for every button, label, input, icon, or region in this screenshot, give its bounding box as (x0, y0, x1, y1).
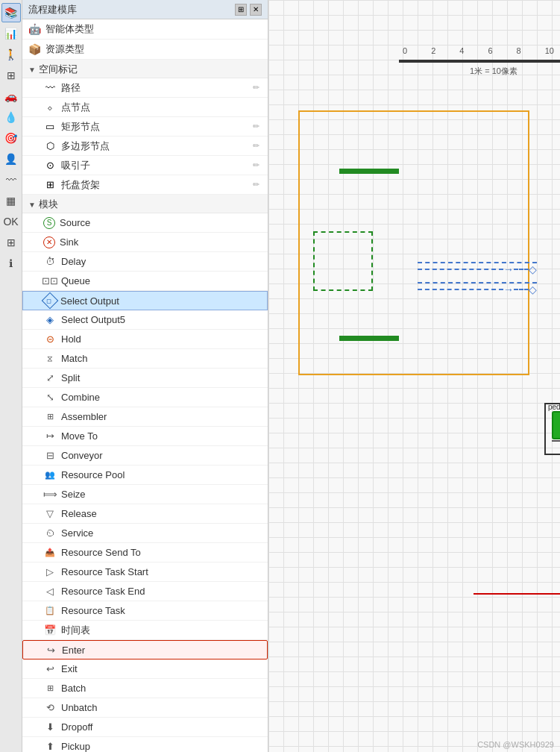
lib-item-node[interactable]: ⬦ 点节点 (22, 98, 268, 117)
sidebar-icon-library[interactable]: 📚 (1, 3, 21, 22)
lib-item-attractor[interactable]: ⊙ 吸引子 ✏ (22, 156, 268, 175)
sidebar-icon-info[interactable]: ℹ (1, 254, 21, 273)
delay-label: Delay (61, 256, 262, 267)
conveyor-icon: ⊟ (43, 449, 57, 463)
sidebar-icon-flow[interactable]: 〰 (1, 170, 21, 189)
ruler-num-8: 8 (517, 46, 521, 57)
lib-item-exit[interactable]: ↩ Exit (22, 659, 268, 679)
lib-item-hold[interactable]: ⊝ Hold (22, 330, 268, 349)
canvas-area: 0 2 4 6 8 10 米 1米 = 10像素 ↩ main connecti… (268, 0, 560, 752)
panel-title: 流程建模库 (28, 3, 77, 16)
combine-icon: ⤡ (43, 391, 57, 404)
sidebar-icon-walk[interactable]: 🚶 (1, 45, 21, 64)
sidebar-icon-bar[interactable]: ▦ (1, 191, 21, 210)
split-icon: ⤢ (43, 372, 57, 385)
rectnode-edit-icon[interactable]: ✏ (250, 121, 262, 133)
pickup-icon: ⬆ (43, 740, 57, 753)
lib-item-shelf[interactable]: ⊞ 托盘货架 ✏ (22, 175, 268, 195)
top-item-resource[interactable]: 📦 资源类型 (22, 40, 268, 60)
green-bar-1 (339, 169, 399, 174)
agent-icon: 🤖 (28, 23, 41, 35)
panel-grid-btn[interactable]: ⊞ (235, 4, 247, 16)
category-spatial[interactable]: ▼ 空间标记 (22, 60, 268, 78)
sidebar-icon-ok[interactable]: OK (1, 212, 21, 231)
selectoutput-icon: ◇ (42, 292, 59, 310)
lib-item-schedule[interactable]: 📅 时间表 (22, 621, 268, 640)
lib-item-restaskstart[interactable]: ▷ Resource Task Start (22, 563, 268, 582)
sidebar-icon-drop[interactable]: 💧 (1, 107, 21, 127)
path-icon: 〰 (43, 81, 57, 95)
lib-item-seize[interactable]: ⟾ Seize (22, 485, 268, 504)
sidebar-icon-person[interactable]: 👤 (1, 149, 21, 169)
lib-item-unbatch[interactable]: ⟲ Unbatch (22, 698, 268, 718)
moveto-label: Move To (61, 430, 262, 442)
ruler-bar (399, 60, 560, 63)
path-label: 路径 (61, 81, 250, 95)
lib-item-selectoutput5[interactable]: ◈ Select Output5 (22, 310, 268, 330)
attractor-edit-icon[interactable]: ✏ (250, 160, 262, 172)
lib-item-release[interactable]: ▽ Release (22, 504, 268, 524)
restaskend-label: Resource Task End (61, 586, 262, 597)
source-icon: S (43, 217, 55, 229)
lib-item-rectnode[interactable]: ▭ 矩形节点 ✏ (22, 117, 268, 137)
lib-item-polynode[interactable]: ⬡ 多边形节点 ✏ (22, 137, 268, 156)
lib-item-path[interactable]: 〰 路径 ✏ (22, 78, 268, 98)
lib-item-selectoutput[interactable]: ◇ Select Output (22, 291, 268, 310)
lib-item-dropoff[interactable]: ⬇ Dropoff (22, 718, 268, 737)
lib-item-ressendto[interactable]: 📤 Resource Send To (22, 543, 268, 563)
shelf-label: 托盘货架 (61, 178, 250, 192)
rectnode-icon: ▭ (43, 120, 57, 134)
lib-item-pickup[interactable]: ⬆ Pickup (22, 737, 268, 752)
enter-icon: ↪ (44, 643, 57, 657)
path-edit-icon[interactable]: ✏ (250, 82, 262, 94)
batch-label: Batch (61, 683, 262, 694)
lib-item-moveto[interactable]: ↦ Move To (22, 427, 268, 446)
lib-item-restask[interactable]: 📋 Resource Task (22, 601, 268, 621)
queue-icon: ⊡⊡ (43, 275, 57, 288)
assembler-label: Assembler (61, 411, 262, 422)
top-item-agent[interactable]: 🤖 智能体类型 (22, 19, 268, 40)
lib-item-conveyor[interactable]: ⊟ Conveyor (22, 446, 268, 466)
lib-item-resourcepool[interactable]: 👥 Resource Pool (22, 466, 268, 485)
schedule-icon: 📅 (43, 624, 57, 637)
polynode-edit-icon[interactable]: ✏ (250, 140, 262, 152)
lib-item-match[interactable]: ⧖ Match (22, 349, 268, 369)
lib-item-queue[interactable]: ⊡⊡ Queue (22, 272, 268, 291)
restask-icon: 📋 (43, 604, 57, 618)
lib-item-restaskend[interactable]: ◁ Resource Task End (22, 582, 268, 601)
lib-item-service[interactable]: ⏲ Service (22, 524, 268, 543)
release-label: Release (61, 508, 262, 519)
ressendto-label: Resource Send To (61, 547, 262, 558)
selectoutput5-icon: ◈ (43, 313, 57, 327)
lib-item-batch[interactable]: ⊞ Batch (22, 679, 268, 698)
release-icon: ▽ (43, 507, 57, 521)
match-label: Match (61, 353, 262, 364)
sidebar-icon-target[interactable]: 🎯 (1, 128, 21, 148)
ruler-num-6: 6 (488, 46, 492, 57)
lib-item-combine[interactable]: ⤡ Combine (22, 388, 268, 407)
lib-item-delay[interactable]: ⏱ Delay (22, 252, 268, 272)
red-arrow-line (474, 593, 560, 595)
lib-item-assembler[interactable]: ⊞ Assembler (22, 407, 268, 427)
restaskstart-label: Resource Task Start (61, 566, 262, 577)
restask-label: Resource Task (61, 605, 262, 616)
lib-item-enter[interactable]: ↪ Enter (22, 640, 268, 659)
lib-item-split[interactable]: ⤢ Split (22, 369, 268, 388)
shelf-edit-icon[interactable]: ✏ (250, 179, 262, 191)
resource-label: 资源类型 (45, 43, 84, 56)
panel-close-btn[interactable]: ✕ (250, 4, 262, 16)
sidebar-icon-car[interactable]: 🚗 (1, 87, 21, 106)
lib-item-sink[interactable]: ✕ Sink (22, 233, 268, 252)
red-arrow (474, 593, 560, 595)
sidebar-icon-table[interactable]: ⊞ (1, 66, 21, 85)
seize-icon: ⟾ (43, 488, 57, 501)
modules-label: 模块 (39, 198, 58, 211)
panel-header-buttons: ⊞ ✕ (235, 4, 262, 16)
modules-triangle: ▼ (28, 201, 36, 209)
lib-item-source[interactable]: S Source (22, 213, 268, 233)
schedule-label: 时间表 (61, 624, 262, 637)
node-icon: ⬦ (43, 101, 57, 114)
sidebar-icon-grid[interactable]: ⊞ (1, 233, 21, 252)
sidebar-icon-chart[interactable]: 📊 (1, 24, 21, 43)
category-modules[interactable]: ▼ 模块 (22, 195, 268, 213)
